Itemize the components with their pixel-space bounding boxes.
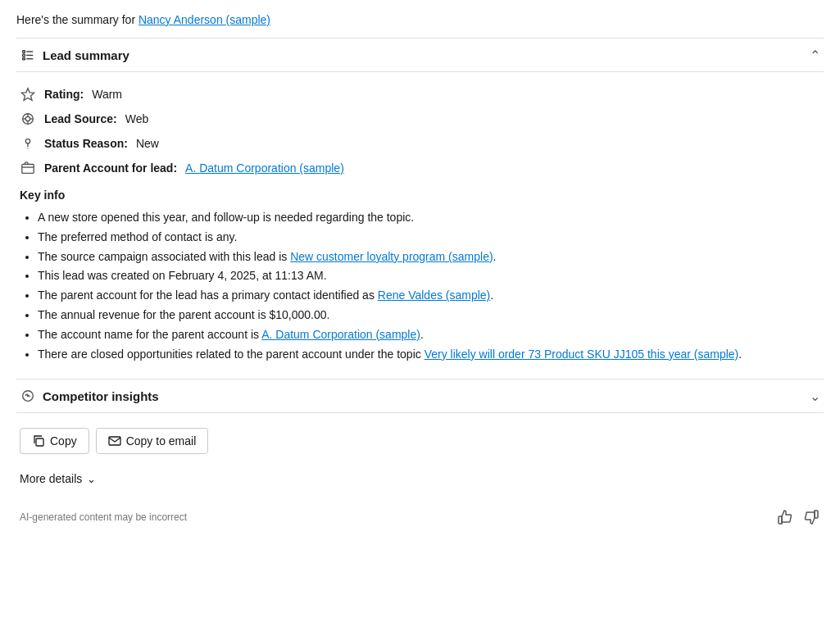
- copy-to-email-button[interactable]: Copy to email: [96, 428, 209, 454]
- key-info-list: A new store opened this year, and follow…: [20, 208, 820, 364]
- copy-icon: [32, 434, 45, 448]
- lead-summary-icon: [20, 47, 36, 63]
- svg-rect-4: [23, 58, 25, 60]
- more-details-chevron-icon: ⌄: [87, 473, 96, 485]
- copy-button[interactable]: Copy: [20, 428, 89, 454]
- key-info-item-5: The parent account for the lead has a pr…: [38, 286, 820, 306]
- rating-field-row: Rating: Warm: [16, 82, 824, 107]
- more-details-button[interactable]: More details ⌄: [16, 469, 824, 488]
- parent-account-label: Parent Account for lead:: [44, 161, 177, 175]
- opportunity-link[interactable]: Very likely will order 73 Product SKU JJ…: [425, 348, 739, 361]
- competitor-insights-icon: [20, 388, 36, 404]
- competitor-insights-left: Competitor insights: [20, 388, 159, 404]
- lead-summary-header-left: Lead summary: [20, 47, 129, 63]
- lead-source-label: Lead Source:: [44, 112, 117, 125]
- svg-point-19: [27, 395, 30, 398]
- copy-button-label: Copy: [50, 434, 77, 448]
- status-reason-field-row: Status Reason: New: [16, 131, 824, 156]
- svg-point-13: [25, 139, 30, 143]
- competitor-insights-section[interactable]: Competitor insights ⌄: [16, 379, 824, 413]
- thumbs-up-button[interactable]: [776, 508, 794, 526]
- svg-rect-0: [23, 51, 25, 53]
- status-reason-value: New: [136, 137, 159, 150]
- key-info-item-3: The source campaign associated with this…: [38, 248, 820, 267]
- action-buttons: Copy Copy to email: [16, 428, 824, 454]
- parent-account-field-row: Parent Account for lead: A. Datum Corpor…: [16, 156, 824, 180]
- svg-point-8: [25, 116, 30, 120]
- lead-source-field-row: Lead Source: Web: [16, 107, 824, 131]
- key-info-item-8: There are closed opportunities related t…: [38, 345, 820, 365]
- lead-source-icon: [20, 111, 36, 127]
- intro-text: Here's the summary for Nancy Anderson (s…: [16, 13, 824, 26]
- status-reason-icon: [20, 135, 36, 152]
- parent-account-link[interactable]: A. Datum Corporation (sample): [185, 161, 344, 175]
- svg-rect-21: [109, 437, 120, 445]
- key-info-section: Key info A new store opened this year, a…: [16, 180, 824, 375]
- competitor-insights-title: Competitor insights: [43, 389, 159, 403]
- more-details-label: More details: [20, 472, 82, 485]
- rating-icon: [20, 86, 36, 102]
- parent-account-value: A. Datum Corporation (sample): [185, 161, 344, 175]
- key-info-item-6: The annual revenue for the parent accoun…: [38, 306, 820, 325]
- rene-valdes-link[interactable]: Rene Valdes (sample): [378, 289, 490, 302]
- ai-disclaimer: AI-generated content may be incorrect: [20, 511, 187, 523]
- lead-summary-title: Lead summary: [43, 48, 129, 62]
- svg-marker-6: [21, 89, 34, 101]
- lead-summary-section-header: Lead summary ⌃: [16, 38, 824, 72]
- a-datum-link[interactable]: A. Datum Corporation (sample): [261, 328, 420, 341]
- lead-summary-collapse-button[interactable]: ⌃: [810, 48, 820, 63]
- competitor-insights-expand-button[interactable]: ⌄: [810, 388, 820, 404]
- status-reason-label: Status Reason:: [44, 137, 128, 150]
- copy-to-email-button-label: Copy to email: [126, 434, 197, 448]
- svg-rect-16: [22, 165, 34, 174]
- campaign-link[interactable]: New customer loyalty program (sample): [290, 250, 493, 263]
- svg-rect-20: [36, 438, 43, 446]
- thumbs-down-button[interactable]: [802, 508, 820, 526]
- footer: AI-generated content may be incorrect: [16, 505, 824, 529]
- rating-label: Rating:: [44, 88, 84, 101]
- svg-rect-2: [23, 54, 25, 57]
- rating-value: Warm: [92, 88, 122, 101]
- key-info-item-2: The preferred method of contact is any.: [38, 228, 820, 248]
- key-info-item-7: The account name for the parent account …: [38, 325, 820, 345]
- key-info-item-4: This lead was created on February 4, 202…: [38, 266, 820, 286]
- key-info-title: Key info: [20, 189, 820, 202]
- parent-account-icon: [20, 160, 36, 176]
- key-info-item-1: A new store opened this year, and follow…: [38, 208, 820, 228]
- lead-summary-fields: Rating: Warm Lead Source: Web Statu: [16, 82, 824, 180]
- feedback-icons: [776, 508, 820, 526]
- email-icon: [108, 434, 121, 448]
- nancy-anderson-link[interactable]: Nancy Anderson (sample): [138, 13, 270, 26]
- lead-source-value: Web: [125, 112, 149, 125]
